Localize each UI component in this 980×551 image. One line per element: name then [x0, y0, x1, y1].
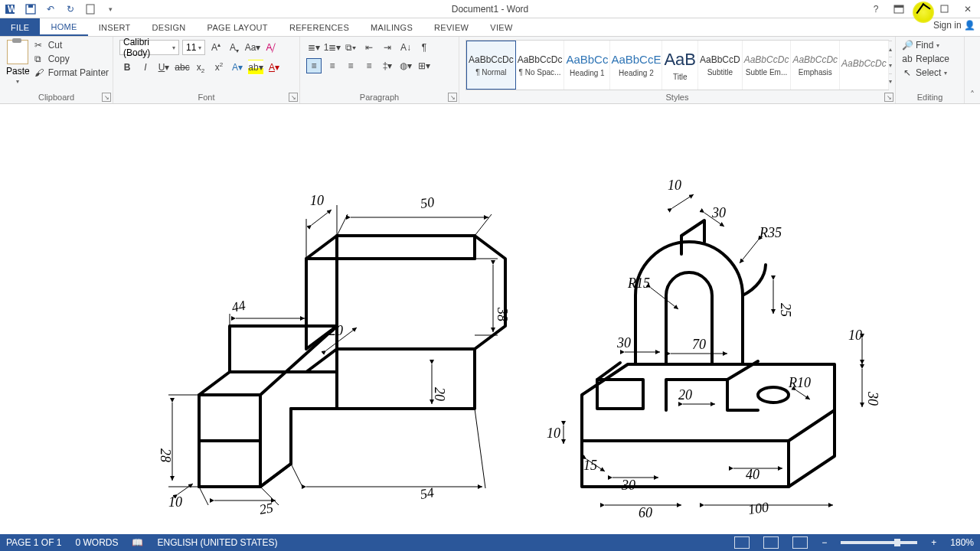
font-color-button[interactable]: A▾ — [266, 60, 282, 75]
ribbon-display-icon[interactable] — [891, 2, 906, 17]
tab-mailings[interactable]: MAILINGS — [360, 18, 423, 36]
font-name-combo[interactable]: Calibri (Body)▾ — [119, 40, 179, 55]
status-words[interactable]: 0 WORDS — [75, 537, 118, 548]
svg-text:10: 10 — [168, 494, 182, 510]
style-item-1[interactable]: AaBbCcDc¶ No Spac... — [516, 41, 565, 90]
find-button[interactable]: 🔎Find ▾ — [902, 40, 958, 51]
superscript-button[interactable]: x2 — [211, 60, 227, 75]
svg-text:20: 20 — [432, 387, 447, 401]
svg-line-8 — [312, 210, 332, 225]
underline-button[interactable]: U▾ — [156, 60, 172, 75]
strikethrough-button[interactable]: abc — [175, 60, 190, 75]
style-item-5[interactable]: AaBbCcDSubtitle — [698, 41, 743, 90]
select-button[interactable]: ↖Select ▾ — [902, 67, 958, 78]
style-item-2[interactable]: AaBbCcHeading 1 — [564, 41, 610, 90]
redo-icon[interactable]: ↻ — [64, 3, 77, 15]
style-item-4[interactable]: AaBTitle — [662, 41, 698, 90]
document-area[interactable]: 10 50 38 20 20 44 28 10 25 54 a) — [0, 104, 980, 534]
zoom-level[interactable]: 180% — [950, 537, 974, 548]
svg-text:W: W — [8, 4, 17, 15]
collapse-ribbon-button[interactable]: ˄ — [965, 37, 980, 103]
clear-formatting-button[interactable]: A⧸ — [263, 40, 279, 55]
help-icon[interactable]: ? — [868, 2, 884, 17]
justify-button[interactable]: ≡ — [361, 58, 377, 73]
clipboard-launcher[interactable]: ↘ — [102, 93, 111, 102]
font-size-combo[interactable]: 11▾ — [182, 40, 205, 55]
italic-button[interactable]: I — [138, 60, 153, 75]
qat-customize-icon[interactable]: ▾ — [104, 3, 116, 15]
clipboard-icon — [7, 40, 28, 64]
align-right-button[interactable]: ≡ — [343, 58, 358, 73]
line-spacing-button[interactable]: ‡▾ — [380, 58, 395, 73]
increase-indent-button[interactable]: ⇥ — [380, 40, 395, 55]
style-item-6[interactable]: AaBbCcDcSubtle Em... — [743, 41, 792, 90]
show-marks-button[interactable]: ¶ — [416, 40, 432, 55]
tab-insert[interactable]: INSERT — [88, 18, 142, 36]
font-launcher[interactable]: ↘ — [289, 93, 298, 102]
gallery-scroll-up[interactable]: ▴ — [889, 41, 892, 57]
style-item-3[interactable]: AaBbCcEHeading 2 — [610, 41, 662, 90]
svg-line-15 — [178, 484, 193, 494]
paragraph-launcher[interactable]: ↘ — [448, 93, 457, 102]
undo-icon[interactable]: ↶ — [44, 3, 57, 15]
save-icon[interactable] — [24, 3, 37, 15]
multilevel-list-button[interactable]: ⧉▾ — [343, 40, 358, 55]
replace-button[interactable]: abReplace — [902, 54, 958, 64]
tab-page-layout[interactable]: PAGE LAYOUT — [197, 18, 279, 36]
style-item-8[interactable]: AaBbCcDc — [840, 41, 889, 90]
svg-line-45 — [672, 194, 694, 208]
cut-button[interactable]: ✂Cut — [34, 40, 109, 51]
new-doc-icon[interactable] — [84, 3, 96, 15]
style-item-0[interactable]: AaBbCcDc¶ Normal — [466, 41, 516, 90]
tab-file[interactable]: FILE — [0, 18, 40, 36]
app-word-icon: W — [5, 3, 17, 15]
bold-button[interactable]: B — [119, 60, 135, 75]
style-item-7[interactable]: AaBbCcDcEmphasis — [791, 41, 840, 90]
text-effects-button[interactable]: A▾ — [230, 60, 245, 75]
replace-icon: ab — [902, 54, 913, 64]
shrink-font-button[interactable]: A▾ — [227, 40, 242, 55]
zoom-in-button[interactable]: + — [931, 537, 936, 548]
close-icon[interactable]: ✕ — [960, 2, 975, 17]
copy-button[interactable]: ⧉Copy — [34, 54, 109, 64]
align-center-button[interactable]: ≡ — [325, 58, 340, 73]
view-web-button[interactable] — [792, 536, 808, 549]
highlight-button[interactable]: ab▾ — [248, 60, 263, 75]
bullets-button[interactable]: ≣▾ — [306, 40, 322, 55]
numbering-button[interactable]: 1≣▾ — [325, 40, 340, 55]
sign-in-link[interactable]: Sign in 👤 — [933, 20, 975, 31]
tab-view[interactable]: VIEW — [479, 18, 523, 36]
svg-rect-4 — [87, 5, 94, 14]
status-language[interactable]: ENGLISH (UNITED STATES) — [157, 537, 277, 548]
svg-line-28 — [199, 487, 208, 505]
maximize-icon[interactable] — [937, 2, 952, 17]
tab-design[interactable]: DESIGN — [142, 18, 197, 36]
paste-button[interactable]: Paste ▾ — [6, 40, 30, 85]
format-painter-button[interactable]: 🖌Format Painter — [34, 67, 109, 78]
chevron-down-icon: ▾ — [172, 44, 175, 51]
zoom-out-button[interactable]: − — [822, 537, 827, 548]
tab-home[interactable]: HOME — [40, 18, 87, 36]
styles-launcher[interactable]: ↘ — [884, 93, 893, 102]
change-case-button[interactable]: Aa▾ — [245, 40, 260, 55]
gallery-scroll-down[interactable]: ▾ — [889, 57, 892, 73]
svg-text:30: 30 — [865, 391, 880, 406]
zoom-slider[interactable] — [841, 541, 917, 544]
view-print-button[interactable] — [763, 536, 779, 549]
sort-button[interactable]: A↓ — [398, 40, 413, 55]
borders-button[interactable]: ⊞▾ — [416, 58, 432, 73]
gallery-more[interactable]: ▾ — [889, 73, 892, 90]
align-left-button[interactable]: ≡ — [306, 58, 322, 73]
grow-font-button[interactable]: A▴ — [208, 40, 224, 55]
subscript-button[interactable]: x2 — [193, 60, 208, 75]
tab-review[interactable]: REVIEW — [423, 18, 479, 36]
chevron-down-icon[interactable]: ▾ — [16, 78, 19, 85]
decrease-indent-button[interactable]: ⇤ — [361, 40, 377, 55]
shading-button[interactable]: ◍▾ — [398, 58, 413, 73]
status-page[interactable]: PAGE 1 OF 1 — [6, 537, 61, 548]
svg-text:R10: R10 — [788, 375, 811, 390]
proofing-icon[interactable]: 📖 — [132, 537, 143, 548]
svg-line-31 — [475, 409, 485, 488]
tab-references[interactable]: REFERENCES — [279, 18, 360, 36]
view-read-button[interactable] — [734, 536, 750, 549]
